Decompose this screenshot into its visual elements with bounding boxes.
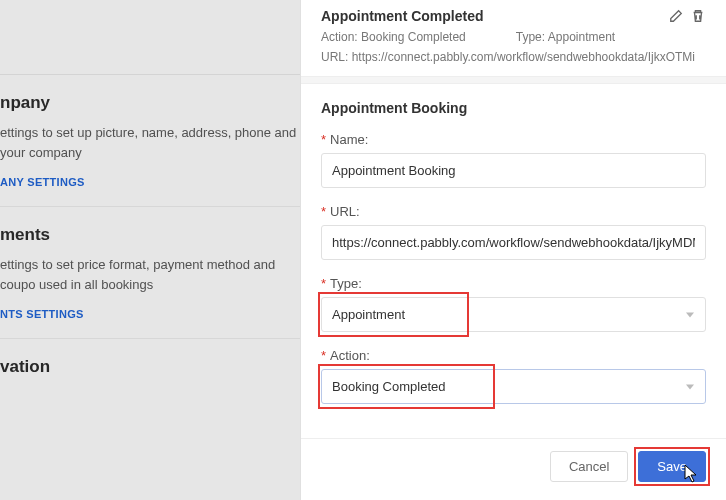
company-title: npany: [0, 93, 300, 113]
background-settings-panel: npany ettings to set up picture, name, a…: [0, 0, 300, 500]
payments-desc: ettings to set price format, payment met…: [0, 255, 300, 294]
section-divider: [301, 76, 726, 84]
url-label: *URL:: [321, 204, 706, 219]
activation-section: vation: [0, 339, 300, 405]
activation-title: vation: [0, 357, 300, 377]
url-group: *URL:: [321, 204, 706, 260]
panel-header: Appointment Completed: [301, 0, 726, 30]
type-meta: Type: Appointment: [516, 30, 615, 44]
url-input[interactable]: [321, 225, 706, 260]
company-desc: ettings to set up picture, name, address…: [0, 123, 300, 162]
cancel-button[interactable]: Cancel: [550, 451, 628, 482]
action-meta: Action: Booking Completed: [321, 30, 466, 44]
form-section: Appointment Booking *Name: *URL: *Type: …: [301, 84, 726, 428]
type-label: *Type:: [321, 276, 706, 291]
name-group: *Name:: [321, 132, 706, 188]
action-select[interactable]: Booking Completed: [321, 369, 706, 404]
delete-icon[interactable]: [690, 8, 706, 24]
meta-row: Action: Booking Completed Type: Appointm…: [301, 30, 726, 48]
name-input[interactable]: [321, 153, 706, 188]
url-meta: URL: https://connect.pabbly.com/workflow…: [301, 48, 726, 76]
action-label: *Action:: [321, 348, 706, 363]
edit-icon[interactable]: [668, 8, 684, 24]
company-settings-link[interactable]: ANY SETTINGS: [0, 176, 300, 188]
type-select[interactable]: Appointment: [321, 297, 706, 332]
save-button-label: Save: [657, 459, 687, 474]
action-group: *Action: Booking Completed: [321, 348, 706, 404]
payments-section: ments ettings to set price format, payme…: [0, 207, 300, 339]
save-button[interactable]: Save: [638, 451, 706, 482]
panel-title: Appointment Completed: [321, 8, 484, 24]
form-title: Appointment Booking: [321, 100, 706, 116]
company-section: npany ettings to set up picture, name, a…: [0, 75, 300, 207]
type-group: *Type: Appointment: [321, 276, 706, 332]
webhook-side-panel: Appointment Completed Action: Booking Co…: [300, 0, 726, 500]
button-row: Cancel Save: [301, 438, 726, 496]
payments-settings-link[interactable]: NTS SETTINGS: [0, 308, 300, 320]
payments-title: ments: [0, 225, 300, 245]
name-label: *Name:: [321, 132, 706, 147]
